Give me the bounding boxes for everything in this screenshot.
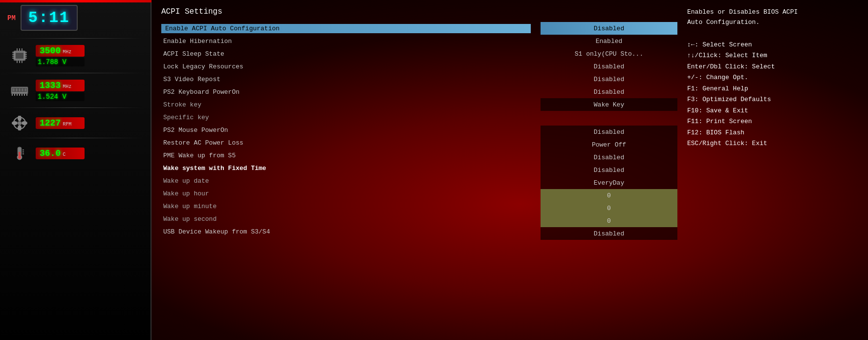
svg-rect-22 [24,88,26,91]
setting-label-11: Wake system with Fixed Time [161,164,268,173]
value-15: 0 [607,217,611,225]
left-panel: PM 5:11 [0,0,152,340]
value-box-14: 0 [541,202,677,214]
value-0: Disabled [594,25,624,32]
help-description: Enables or Disables BIOS ACPI Auto Confi… [687,7,858,28]
setting-label-0: Enable ACPI Auto Configuration [161,24,531,33]
value-10: Disabled [594,154,624,161]
help-key-f1: F1: General Help [687,84,858,94]
setting-label-3: Lock Legacy Resources [161,62,245,71]
value-box-1: Enabled [541,35,677,47]
setting-label-7: Specific key [161,113,211,122]
ram-freq-value: 1333 [40,81,61,90]
setting-row-14: Wake up minute [161,200,531,212]
divider-3 [7,107,143,108]
setting-row-8[interactable]: PS2 Mouse PowerOn [161,124,531,136]
setting-label-15: Wake up second [161,214,218,224]
value-1: Enabled [596,38,623,45]
setting-label-1: Enable Hibernation [161,37,234,46]
setting-row-7: Specific key [161,111,531,124]
cpu-icon [7,47,32,64]
value-box-13: 0 [541,189,677,202]
setting-row-10[interactable]: PME Wake up from S5 [161,149,531,162]
value-14: 0 [607,205,611,212]
svg-point-39 [18,156,21,159]
setting-row-1[interactable]: Enable Hibernation [161,35,531,47]
setting-label-6: Stroke key [161,100,203,109]
pm-label: PM [7,14,16,22]
value-3: Disabled [594,63,624,70]
setting-label-4: S3 Video Repost [161,75,222,84]
cpu-freq-unit: MHz [63,49,71,55]
setting-row-15: Wake up second [161,212,531,225]
help-key-enter: Enter/Dbl Click: Select [687,62,858,72]
value-11: Disabled [594,167,624,174]
value-box-9: Power Off [541,138,677,151]
setting-row-0[interactable]: Enable ACPI Auto Configuration [161,22,531,35]
setting-label-9: Restore AC Power Loss [161,138,245,148]
temp-icon [7,145,32,162]
svg-point-32 [18,116,22,121]
help-key-f12: F12: BIOS Flash [687,128,858,138]
value-2: S1 only(CPU Sto... [575,50,643,58]
setting-row-12: Wake up date [161,174,531,187]
value-box-0[interactable]: Disabled [541,22,677,35]
setting-row-2[interactable]: ACPI Sleep State [161,47,531,60]
svg-point-31 [18,121,22,125]
svg-point-34 [18,125,22,130]
help-key-f11: F11: Print Screen [687,117,858,127]
value-box-8: Disabled [541,126,677,138]
temp-value: 36.0 [40,149,61,158]
svg-rect-20 [19,88,21,91]
clock-display: 5:11 [21,5,78,31]
value-box-7 [541,111,677,124]
value-12: EveryDay [594,179,624,187]
temp-values: 36.0 C [36,148,85,159]
value-box-4: Disabled [541,73,677,85]
setting-label-12: Wake up date [161,176,211,186]
clock-section: PM 5:11 [7,5,143,31]
setting-row-4[interactable]: S3 Video Repost [161,73,531,85]
divider-1 [7,38,143,39]
fan-rpm-value: 1227 [40,118,61,128]
settings-list: Enable ACPI Auto Configuration Enable Hi… [161,22,531,333]
value-box-2: S1 only(CPU Sto... [541,47,677,60]
fan-rpm-badge: 1227 RPM [36,117,85,129]
temp-value-badge: 36.0 C [36,148,85,159]
value-box-5: Disabled [541,85,677,98]
cpu-freq-badge: 3500 MHz [36,45,85,57]
setting-row-11[interactable]: Wake system with Fixed Time [161,162,531,174]
setting-row-9[interactable]: Restore AC Power Loss [161,136,531,149]
setting-row-3[interactable]: Lock Legacy Resources [161,60,531,73]
setting-row-5[interactable]: PS2 Keyboard PowerOn [161,85,531,98]
setting-label-8: PS2 Mouse PowerOn [161,126,230,135]
divider-2 [7,73,143,73]
ram-values: 1333 MHz 1.524 V [36,80,85,101]
bios-content: ACPI Settings Enable ACPI Auto Configura… [161,7,677,333]
fan-icon [7,114,32,131]
help-key-change: +/-: Change Opt. [687,73,858,83]
value-13: 0 [607,192,611,199]
help-panel: Enables or Disables BIOS ACPI Auto Confi… [687,7,858,333]
help-key-f3: F3: Optimized Defaults [687,95,858,105]
ram-voltage: 1.524 V [36,92,85,101]
cpu-stat-row: 3500 MHz 1.788 V [7,45,143,66]
svg-rect-1 [16,53,23,59]
fan-rpm-unit: RPM [63,122,71,127]
value-box-10: Disabled [541,151,677,164]
setting-row-16[interactable]: USB Device Wakeup from S3/S4 [161,225,531,238]
help-key-esc: ESC/Right Click: Exit [687,139,858,149]
help-keys: ↕←: Select Screen ↑↓/Click: Select Item … [687,40,858,149]
value-box-3: Disabled [541,60,677,73]
value-box-11: Disabled [541,164,677,176]
value-8: Disabled [594,128,624,136]
divider-4 [7,138,143,138]
value-box-12: EveryDay [541,176,677,189]
value-5: Disabled [594,88,624,96]
ram-freq-unit: MHz [63,84,71,89]
cpu-voltage: 1.788 V [36,58,85,66]
help-key-select-item: ↑↓/Click: Select Item [687,51,858,61]
value-box-15: 0 [541,214,677,227]
svg-rect-21 [22,88,23,91]
svg-point-35 [12,121,18,125]
